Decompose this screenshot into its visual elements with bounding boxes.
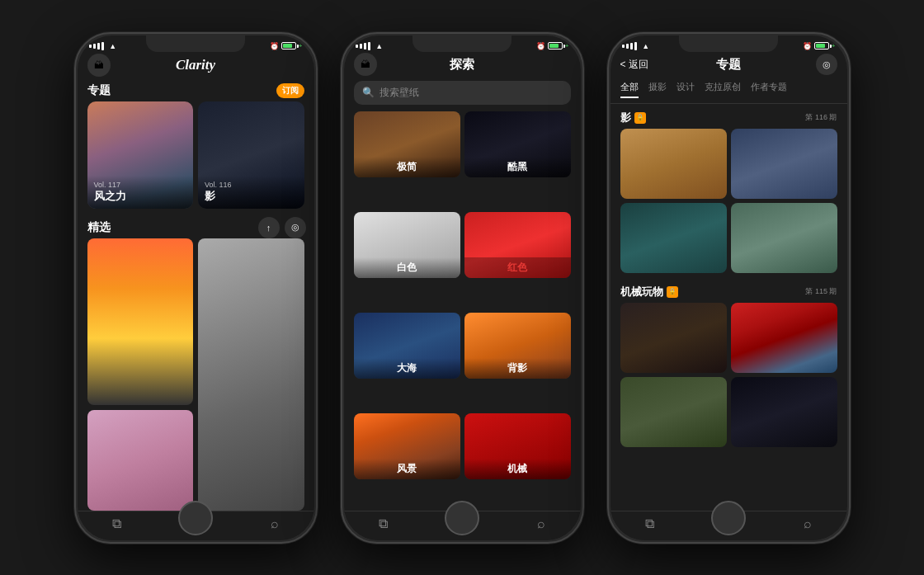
- timer-icon[interactable]: ◎: [285, 217, 306, 238]
- nav-bar-3: < 返回 专题 ◎: [610, 54, 847, 78]
- featured-item-sunset[interactable]: [87, 238, 194, 406]
- status-right-3: ⏰ +: [803, 42, 836, 50]
- filter-photo[interactable]: 摄影: [648, 81, 667, 98]
- upload-icon[interactable]: ↑: [258, 217, 280, 238]
- filter-tabs: 全部 摄影 设计 克拉原创 作者专题: [610, 78, 847, 104]
- collection-title-0: 影 🔒: [620, 111, 646, 125]
- wifi-icon: ▲: [109, 42, 116, 50]
- featured-item-flowers[interactable]: [87, 410, 194, 511]
- status-left-2: ▲: [356, 41, 384, 50]
- collection-name-1: 机械玩物: [620, 285, 663, 299]
- search-tab-icon: ⌕: [271, 516, 279, 531]
- explore-item-2[interactable]: 白色: [354, 212, 460, 278]
- theme-card-1[interactable]: Vol. 116 影: [198, 101, 304, 209]
- explore-item-0[interactable]: 极简: [354, 111, 460, 177]
- collection-tab-icon-2: ⧉: [379, 516, 388, 531]
- collection-period-1: 第 115 期: [805, 286, 837, 297]
- status-right-2: ⏰ +: [536, 42, 569, 50]
- featured-title: 精选: [87, 220, 111, 235]
- explore-item-3[interactable]: 红色: [464, 212, 571, 278]
- explore-label-3: 红色: [464, 257, 571, 278]
- search-bar[interactable]: 🔍 搜索壁纸: [354, 81, 571, 105]
- collection-header-1: 机械玩物 🔒 第 115 期: [610, 278, 847, 303]
- collection-item-1-1[interactable]: [731, 303, 837, 373]
- search-tab-icon-3: ⌕: [804, 516, 812, 531]
- theme-card-0[interactable]: Vol. 117 风之力: [87, 101, 194, 209]
- collection-name-0: 影: [620, 111, 631, 125]
- collection-item-0-3[interactable]: [731, 203, 837, 273]
- explore-item-4[interactable]: 大海: [354, 313, 460, 379]
- search-tab-icon-2: ⌕: [537, 516, 545, 531]
- collection-item-1-2[interactable]: [620, 377, 727, 447]
- nav-bar-1: 🏔 Clarity: [78, 54, 314, 78]
- theme-card-overlay-0: Vol. 117 风之力: [87, 176, 194, 209]
- tab-collection-2[interactable]: ⧉: [366, 516, 399, 533]
- explore-label-1: 酷黑: [464, 157, 571, 177]
- explore-item-1[interactable]: 酷黑: [464, 111, 571, 177]
- collection-item-1-3[interactable]: [731, 377, 837, 447]
- back-button[interactable]: < 返回: [620, 58, 648, 72]
- home-button-3[interactable]: [711, 501, 746, 535]
- explore-item-6[interactable]: 风景: [354, 413, 460, 479]
- explore-item-5[interactable]: 背影: [464, 313, 571, 379]
- collection-grid-0: [610, 129, 847, 278]
- tab-collection[interactable]: ⧉: [100, 516, 133, 533]
- collection-period-0: 第 116 期: [805, 112, 837, 123]
- tab-collection-3[interactable]: ⧉: [633, 516, 666, 533]
- filter-original[interactable]: 克拉原创: [705, 81, 741, 98]
- themes-page-title: 专题: [716, 57, 741, 73]
- battery-icon: [281, 42, 296, 49]
- search-icon: 🔍: [362, 87, 375, 98]
- collection-item-0-1[interactable]: [731, 129, 837, 199]
- tab-search[interactable]: ⌕: [258, 516, 291, 533]
- collection-tab-icon-3: ⧉: [645, 516, 654, 531]
- explore-label-6: 风景: [354, 459, 460, 479]
- featured-item-road[interactable]: [198, 238, 304, 511]
- home-button-2[interactable]: [445, 501, 479, 535]
- theme-cards: Vol. 117 风之力 Vol. 116 影: [78, 101, 314, 215]
- status-left: ▲: [89, 41, 117, 50]
- collection-item-1-0[interactable]: [620, 303, 727, 373]
- lock-badge-0: 🔒: [634, 112, 646, 124]
- filter-all[interactable]: 全部: [620, 81, 639, 98]
- theme-name-0: 风之力: [94, 189, 187, 204]
- explore-label-7: 机械: [464, 459, 571, 479]
- collection-tab-icon: ⧉: [112, 516, 121, 531]
- explore-label-2: 白色: [354, 257, 460, 278]
- battery-2: [548, 42, 563, 49]
- collection-item-0-0[interactable]: [620, 129, 727, 199]
- explore-title: 探索: [450, 57, 474, 73]
- tab-search-2[interactable]: ⌕: [525, 516, 558, 533]
- status-bar-3: ▲ 09:41 ⏰ +: [610, 35, 847, 54]
- status-time-1: 09:41: [182, 41, 205, 51]
- status-time-3: 09:41: [714, 41, 738, 51]
- profile-icon-2[interactable]: 🏔: [354, 53, 377, 76]
- profile-icon[interactable]: 🏔: [87, 54, 111, 77]
- screen-content-1: 专题 订阅 Vol. 117 风之力 Vol. 116 影: [78, 78, 314, 511]
- explore-item-7[interactable]: 机械: [464, 413, 571, 479]
- explore-label-4: 大海: [354, 358, 460, 379]
- search-placeholder: 搜索壁纸: [380, 86, 419, 100]
- theme-vol-1: Vol. 116: [205, 181, 298, 189]
- subscribe-badge[interactable]: 订阅: [276, 83, 304, 98]
- collections-scroll[interactable]: 影 🔒 第 116 期 机械玩物 🔒 第 115 期: [610, 104, 847, 511]
- phone-1: ▲ 09:41 ⏰ + 🏔 Clarity 专题 订阅: [74, 32, 318, 544]
- featured-icons: ↑ ◎: [258, 217, 306, 238]
- explore-label-5: 背影: [464, 358, 571, 379]
- collection-item-0-2[interactable]: [620, 203, 727, 273]
- themes-title: 专题: [87, 83, 111, 98]
- charging-icon: +: [299, 42, 303, 49]
- status-bar-1: ▲ 09:41 ⏰ +: [78, 35, 314, 54]
- featured-header: 精选 ↑ ◎: [78, 215, 314, 238]
- theme-vol-0: Vol. 117: [94, 181, 187, 189]
- phone-3: ▲ 09:41 ⏰ + < 返回 专题 ◎ 全部 摄影 设计 克拉原创: [607, 32, 851, 544]
- tab-search-3[interactable]: ⌕: [791, 516, 824, 533]
- battery-3: [814, 42, 829, 49]
- app-title: Clarity: [176, 57, 215, 73]
- themes-header: 专题 订阅: [78, 78, 314, 101]
- timer-icon-3[interactable]: ◎: [816, 54, 837, 75]
- filter-author[interactable]: 作者专题: [751, 81, 787, 98]
- filter-design[interactable]: 设计: [676, 81, 695, 98]
- featured-grid: [78, 238, 314, 511]
- home-button-1[interactable]: [178, 501, 213, 535]
